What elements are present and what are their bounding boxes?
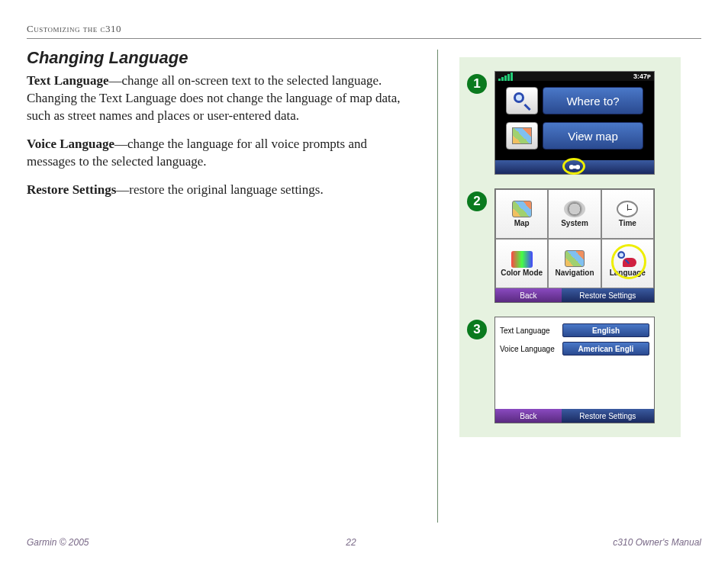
back-button[interactable]: Back bbox=[495, 409, 562, 423]
highlight-language bbox=[611, 244, 646, 279]
body-restore: —restore the original language settings. bbox=[116, 182, 323, 197]
cell-language[interactable]: Language bbox=[601, 239, 654, 288]
search-icon bbox=[506, 87, 538, 114]
step-2: 2 Map System Time Color Mode Navigation … bbox=[467, 188, 670, 303]
footer-copyright: Garmin © 2005 bbox=[27, 537, 89, 548]
paragraph-text-language: Text Language—change all on-screen text … bbox=[27, 72, 416, 125]
cell-map[interactable]: Map bbox=[495, 189, 548, 239]
paragraph-voice-language: Voice Language—change the language for a… bbox=[27, 136, 416, 171]
home-screen: 3:47ᴘ Where to? View map bbox=[494, 71, 655, 175]
view-map-label: View map bbox=[543, 122, 643, 150]
palette-icon bbox=[511, 251, 533, 268]
view-map-button[interactable]: View map bbox=[506, 121, 643, 151]
language-screen: Text Language English Voice Language Ame… bbox=[494, 317, 655, 423]
step-badge-1: 1 bbox=[467, 74, 487, 94]
clock-icon bbox=[617, 201, 638, 217]
step-badge-3: 3 bbox=[467, 320, 487, 339]
steps-panel: 1 3:47ᴘ Where to? View map bbox=[459, 57, 681, 437]
step-badge-2: 2 bbox=[467, 191, 487, 211]
where-to-label: Where to? bbox=[543, 87, 643, 114]
cell-color-label: Color Mode bbox=[501, 269, 543, 277]
step-3: 3 Text Language English Voice Language A… bbox=[467, 317, 670, 423]
figure-column: 1 3:47ᴘ Where to? View map bbox=[438, 48, 701, 523]
back-button[interactable]: Back bbox=[495, 288, 562, 302]
status-bar: 3:47ᴘ bbox=[495, 72, 654, 81]
cell-navigation[interactable]: Navigation bbox=[548, 239, 601, 288]
section-title: Changing Language bbox=[27, 48, 416, 68]
gear-icon bbox=[564, 201, 585, 217]
voice-language-label: Voice Language bbox=[500, 345, 562, 353]
where-to-button[interactable]: Where to? bbox=[506, 85, 643, 116]
cell-system[interactable]: System bbox=[548, 189, 601, 239]
voice-language-row: Voice Language American Engli bbox=[500, 342, 649, 355]
settings-screen: Map System Time Color Mode Navigation La… bbox=[494, 188, 655, 303]
cell-color-mode[interactable]: Color Mode bbox=[495, 239, 548, 288]
text-language-value[interactable]: English bbox=[562, 323, 649, 337]
step-1: 1 3:47ᴘ Where to? View map bbox=[467, 71, 670, 175]
cell-time[interactable]: Time bbox=[601, 189, 654, 239]
cell-system-label: System bbox=[561, 219, 588, 227]
footer-manual-title: c310 Owner's Manual bbox=[613, 537, 701, 548]
settings-bottom-bar: Back Restore Settings bbox=[495, 288, 654, 302]
clock: 3:47ᴘ bbox=[633, 72, 651, 80]
cell-time-label: Time bbox=[619, 219, 636, 227]
header-section-label: Customizing the c310 bbox=[27, 23, 701, 35]
restore-settings-button[interactable]: Restore Settings bbox=[562, 288, 654, 302]
text-language-label: Text Language bbox=[500, 327, 562, 335]
cell-map-label: Map bbox=[514, 219, 530, 227]
navigation-icon bbox=[565, 250, 585, 267]
lead-text-language: Text Language bbox=[27, 73, 109, 88]
signal-icon bbox=[498, 72, 513, 81]
footer-page-number: 22 bbox=[346, 537, 356, 548]
language-bottom-bar: Back Restore Settings bbox=[495, 409, 654, 423]
text-language-row: Text Language English bbox=[500, 323, 649, 337]
paragraph-restore: Restore Settings—restore the original la… bbox=[27, 182, 416, 199]
voice-language-value[interactable]: American Engli bbox=[562, 342, 649, 355]
map-icon bbox=[506, 122, 538, 150]
page-footer: Garmin © 2005 22 c310 Owner's Manual bbox=[27, 537, 701, 548]
highlight-settings bbox=[562, 158, 585, 175]
restore-settings-button[interactable]: Restore Settings bbox=[562, 409, 654, 423]
lead-voice-language: Voice Language bbox=[27, 137, 114, 151]
text-column: Changing Language Text Language—change a… bbox=[27, 48, 437, 523]
header-rule bbox=[27, 38, 701, 39]
cell-nav-label: Navigation bbox=[555, 269, 594, 277]
lead-restore: Restore Settings bbox=[27, 182, 116, 197]
map-icon bbox=[512, 201, 532, 217]
